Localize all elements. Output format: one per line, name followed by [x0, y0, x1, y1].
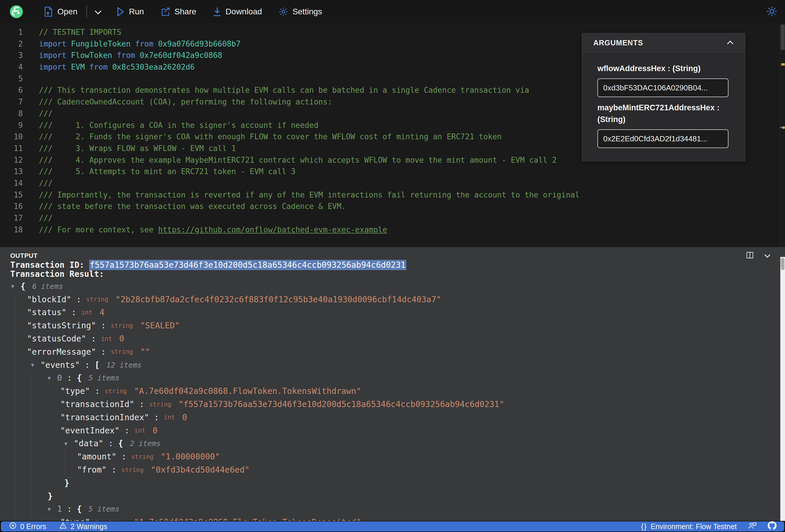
code-line: 13/// 5. Attempts to mint an ERC721 toke… — [0, 166, 785, 178]
json-row: "from" : string "0xfd3b4cd50d44e6ed" — [0, 463, 785, 476]
tree-toggle-icon[interactable]: ▼ — [11, 283, 21, 289]
line-number: 3 — [0, 50, 23, 61]
line-number: 8 — [0, 108, 23, 120]
json-row: "amount" : string "1.00000000" — [0, 450, 785, 463]
flow-logo[interactable] — [10, 5, 23, 18]
json-row: } — [0, 476, 785, 489]
error-circle-icon — [9, 522, 17, 531]
tree-toggle-icon[interactable]: ▼ — [65, 441, 74, 447]
line-number: 6 — [0, 84, 23, 96]
json-row: "errorMessage" : string "" — [0, 345, 785, 358]
json-row: ▼{ 6 items — [0, 280, 785, 293]
output-header: OUTPUT — [0, 247, 785, 260]
line-number: 15 — [0, 189, 23, 201]
json-row: "transactionIndex" : int 0 — [0, 411, 785, 424]
editor-scrollbar[interactable] — [780, 23, 785, 247]
line-number: 2 — [0, 38, 23, 50]
github-link[interactable] — [768, 521, 777, 532]
json-row: "type" : string "A.7e60df042a9c0868.Flow… — [0, 515, 785, 521]
toolbar: Open Run Share — [0, 0, 785, 23]
arguments-list: wflowAddressHex : (String)maybeMintERC72… — [582, 53, 745, 148]
editor-scrollbar-thumb[interactable] — [781, 25, 785, 50]
status-bar: 0 Errors 2 Warnings {} Environment: Flow… — [1, 522, 784, 531]
transaction-id-value: f557a1573b76aa53e73d46f3e10d200d5c18a653… — [89, 260, 406, 270]
tree-toggle-icon[interactable]: ▼ — [31, 362, 41, 368]
open-dropdown-chevron-icon[interactable] — [95, 8, 101, 15]
code-line: 16/// state before the transaction was e… — [0, 201, 785, 212]
arguments-title: ARGUMENTS — [593, 39, 643, 47]
line-number: 12 — [0, 154, 23, 166]
output-collapse-chevron-icon[interactable] — [764, 252, 770, 258]
json-tree: ▼{ 6 items"blockId" : string "2b28cbfb87… — [0, 280, 785, 521]
argument-label-0: wflowAddressHex : (String) — [598, 62, 729, 74]
transaction-result-label: Transaction Result: — [10, 270, 785, 279]
line-number: 5 — [0, 73, 23, 85]
feedback-button[interactable] — [748, 522, 757, 531]
arguments-panel: ARGUMENTS wflowAddressHex : (String)mayb… — [582, 33, 745, 161]
json-row: ▼"events" : [ 12 items — [0, 358, 785, 372]
output-scrollbar-thumb[interactable] — [781, 258, 784, 270]
errors-status[interactable]: 0 Errors — [9, 522, 46, 531]
warnings-status[interactable]: 2 Warnings — [59, 522, 107, 531]
braces-icon: {} — [641, 522, 647, 531]
code-line: 15/// Importantly, the transaction is re… — [0, 189, 785, 201]
toolbar-divider — [86, 5, 87, 18]
share-button[interactable]: Share — [160, 7, 196, 17]
warning-mark-1 — [781, 63, 785, 66]
open-file-icon — [44, 6, 53, 17]
json-row: "type" : string "A.7e60df042a9c0868.Flow… — [0, 384, 785, 398]
line-number: 11 — [0, 143, 23, 154]
argument-label-1: maybeMintERC721AddressHex : (String) — [598, 102, 729, 125]
sun-icon — [766, 13, 777, 18]
code-link[interactable]: https://github.com/onflow/batched-evm-ex… — [158, 225, 387, 234]
settings-button[interactable]: Settings — [278, 7, 322, 17]
flow-playground-window: Open Run Share — [0, 0, 785, 532]
settings-label: Settings — [293, 7, 322, 17]
theme-toggle-button[interactable] — [766, 6, 777, 18]
open-button[interactable]: Open — [44, 6, 78, 17]
collapse-chevron-up-icon[interactable] — [727, 41, 733, 47]
share-icon — [160, 7, 170, 17]
line-number: 18 — [0, 224, 23, 236]
output-scrollbar[interactable] — [780, 257, 785, 521]
json-row: ▼1 : { 5 items — [0, 503, 785, 516]
json-row: "eventIndex" : int 0 — [0, 424, 785, 437]
download-label: Download — [226, 7, 262, 17]
tree-toggle-icon[interactable]: ▼ — [48, 375, 57, 381]
run-button[interactable]: Run — [116, 7, 144, 17]
warning-mark-2 — [782, 126, 785, 129]
argument-input-1[interactable] — [598, 129, 729, 148]
json-row: "status" : int 4 — [0, 306, 785, 319]
line-number: 13 — [0, 166, 23, 178]
line-number: 4 — [0, 61, 23, 73]
download-icon — [213, 7, 222, 17]
open-label: Open — [57, 7, 78, 17]
output-title: OUTPUT — [10, 252, 746, 259]
json-row: ▼0 : { 5 items — [0, 372, 785, 385]
download-button[interactable]: Download — [213, 7, 262, 17]
code-line: 17/// — [0, 212, 785, 224]
line-number: 1 — [0, 27, 23, 38]
github-icon — [768, 521, 777, 532]
json-row: "transactionId" : string "f557a1573b76aa… — [0, 398, 785, 411]
code-line: 14/// — [0, 178, 785, 189]
json-row: "statusCode" : int 0 — [0, 332, 785, 345]
json-row: ▼"data" : { 2 items — [0, 437, 785, 450]
transaction-id-label: Transaction ID: — [10, 260, 89, 270]
split-view-icon[interactable] — [746, 251, 754, 260]
argument-input-0[interactable] — [598, 78, 729, 97]
share-label: Share — [174, 7, 196, 17]
json-row: } — [0, 489, 785, 503]
line-number: 9 — [0, 120, 23, 131]
output-panel: OUTPUT Transaction ID: f557a1573b76aa53e… — [0, 247, 785, 521]
json-row: "statusString" : string "SEALED" — [0, 319, 785, 332]
tree-toggle-icon[interactable]: ▼ — [48, 506, 57, 512]
json-row: "blockId" : string "2b28cbfb87da2cfec4f0… — [0, 293, 785, 306]
line-number: 14 — [0, 178, 23, 189]
play-icon — [116, 7, 125, 17]
arguments-header: ARGUMENTS — [582, 33, 745, 53]
run-label: Run — [129, 7, 144, 17]
warnings-label: 2 Warnings — [71, 522, 107, 531]
line-number: 7 — [0, 96, 23, 108]
environment-status[interactable]: {} Environment: Flow Testnet — [641, 522, 737, 531]
